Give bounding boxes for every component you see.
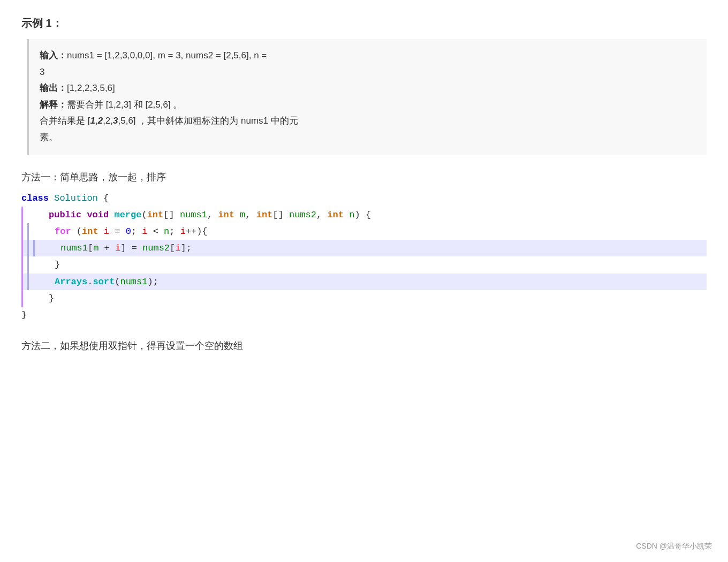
explain-line1: 解释：需要合并 [1,2,3] 和 [2,5,6] 。 — [40, 97, 696, 113]
code-content-assign: nums1[m + i] = nums2[i]; — [39, 240, 192, 256]
footer-note: CSDN @温哥华小凯荣 — [636, 542, 712, 551]
output-label: 输出： — [40, 83, 67, 93]
code-line-assign: nums1[m + i] = nums2[i]; — [21, 240, 707, 256]
code-line-arrays-sort: Arrays.sort(nums1); — [21, 274, 707, 290]
code-line-method: public void merge(int[] nums1, int m, in… — [21, 207, 707, 223]
brace1: { — [98, 191, 109, 206]
keyword-for: for — [55, 224, 71, 239]
keyword-public: public — [49, 208, 81, 222]
var-i2: i — [142, 224, 147, 239]
var-nums2: nums2 — [142, 241, 170, 255]
code-line-for: for (int i = 0; i < n; i++){ — [21, 223, 707, 240]
keyword-int-for: int — [82, 224, 98, 239]
code-line-close-method: } — [21, 290, 707, 307]
keyword-int1: int — [147, 208, 164, 222]
code-content-close-method: } — [27, 290, 54, 307]
outer-bar-sort — [21, 274, 23, 290]
input-label: 输入： — [40, 50, 67, 60]
var-i5: i — [175, 241, 180, 255]
inner-bar-assign — [27, 240, 29, 256]
keyword-int3: int — [256, 208, 273, 222]
example-section: 示例 1： 输入：nums1 = [1,2,3,0,0,0], m = 3, n… — [21, 16, 707, 155]
outer-bar-close-method — [21, 290, 23, 307]
keyword-int2: int — [218, 208, 234, 222]
sort-param: nums1 — [120, 275, 147, 289]
keyword-void: void — [87, 208, 109, 222]
keyword-int4: int — [327, 208, 344, 222]
code-content-sort: Arrays.sort(nums1); — [33, 274, 158, 290]
param-nums1: nums1 — [180, 208, 207, 222]
outer-bar-assign — [21, 240, 23, 256]
explain-text-before: 合并结果是 [1,2,2,3,5,6] ，其中斜体加粗标注的为 nums1 中的… — [40, 116, 298, 126]
param-nums2: nums2 — [289, 208, 316, 222]
code-content-close-for: } — [33, 256, 60, 273]
param-m: m — [240, 208, 245, 222]
code-content-for: for (int i = 0; i < n; i++){ — [33, 223, 208, 240]
example-box: 输入：nums1 = [1,2,3,0,0,0], m = 3, nums2 =… — [27, 39, 707, 155]
example-title: 示例 1： — [21, 16, 707, 31]
var-i: i — [104, 224, 109, 239]
var-m: m — [93, 241, 98, 255]
space1 — [49, 191, 54, 206]
italic-3: 3 — [113, 116, 118, 126]
inner-bar2-assign — [33, 240, 35, 256]
code-content-method: public void merge(int[] nums1, int m, in… — [27, 207, 371, 223]
class-name: Solution — [54, 191, 98, 206]
outer-bar-close-for — [21, 256, 23, 273]
inner-bar-for — [27, 223, 29, 240]
explain-value: 需要合并 [1,2,3] 和 [2,5,6] 。 — [67, 100, 182, 110]
num-0: 0 — [126, 224, 131, 239]
inner-bar-sort — [27, 274, 29, 290]
var-i4: i — [115, 241, 120, 255]
var-nums1: nums1 — [60, 241, 88, 255]
explain-line2: 合并结果是 [1,2,2,3,5,6] ，其中斜体加粗标注的为 nums1 中的… — [40, 113, 696, 146]
method-name: merge — [114, 208, 141, 222]
code-line-class: class Solution { — [21, 190, 707, 207]
code-line-close-for: } — [21, 256, 707, 273]
explain-label: 解释： — [40, 100, 67, 110]
output-value: [1,2,2,3,5,6] — [67, 83, 115, 93]
var-i3: i — [180, 224, 186, 239]
arrays-class: Arrays — [55, 275, 87, 289]
code-content-close-class: } — [21, 307, 27, 323]
outer-bar-method — [21, 207, 23, 223]
code-line-close-class: } — [21, 307, 707, 323]
italic-1: 1 — [90, 116, 95, 126]
code-content-class: class Solution { — [21, 190, 109, 207]
code-block: class Solution { public void merge(int[]… — [21, 190, 707, 324]
param-n: n — [349, 208, 354, 222]
italic-2: 2 — [98, 116, 103, 126]
sort-method: sort — [93, 275, 115, 289]
output-line: 输出：[1,2,2,3,5,6] — [40, 80, 696, 97]
explain-text-end: 素。 — [40, 132, 58, 142]
inner-bar-close-for — [27, 256, 29, 273]
var-n: n — [164, 224, 169, 239]
method2-title: 方法二，如果想使用双指针，得再设置一个空的数组 — [21, 339, 707, 352]
input-continuation: 3 — [40, 67, 44, 77]
input-value: nums1 = [1,2,3,0,0,0], m = 3, nums2 = [2… — [67, 50, 267, 60]
input-line: 输入：nums1 = [1,2,3,0,0,0], m = 3, nums2 =… — [40, 48, 696, 80]
method1-title: 方法一：简单思路，放一起，排序 — [21, 171, 707, 184]
keyword-class: class — [21, 191, 49, 206]
outer-bar-for — [21, 223, 23, 240]
